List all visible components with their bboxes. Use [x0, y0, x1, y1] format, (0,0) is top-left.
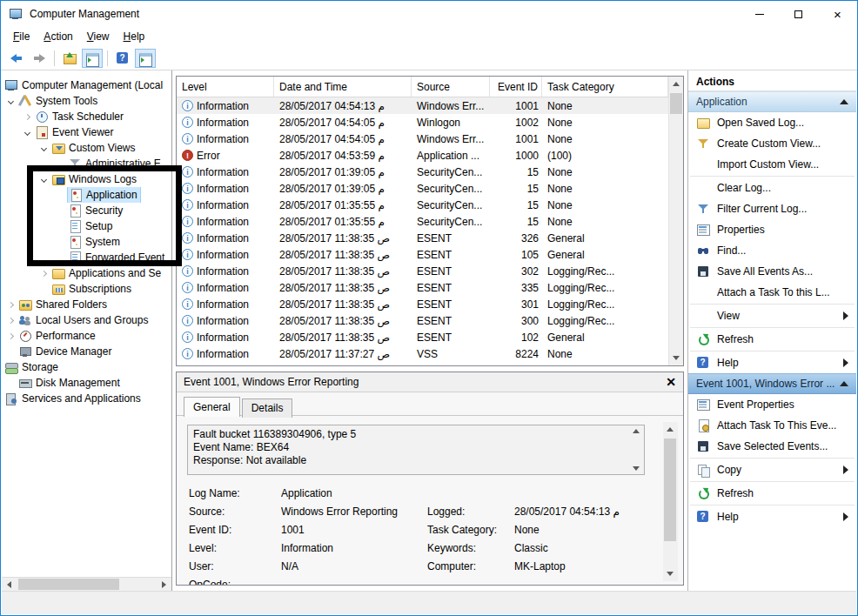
action-event-properties[interactable]: Event Properties: [688, 394, 856, 415]
expander-collapsed-icon[interactable]: [37, 271, 50, 276]
minimize-button[interactable]: [740, 1, 779, 27]
expander-collapsed-icon[interactable]: [3, 318, 17, 323]
event-row[interactable]: iInformation28/05/2017 11:38:35 صESENT30…: [177, 296, 668, 312]
event-list-scrollbar[interactable]: [668, 77, 683, 365]
tree-horizontal-scrollbar[interactable]: [2, 577, 171, 591]
scroll-down-button[interactable]: [663, 566, 677, 581]
event-row[interactable]: iInformation28/05/2017 01:35:55 مSecurit…: [177, 213, 668, 230]
event-row[interactable]: iInformation28/05/2017 04:54:13 مWindows…: [177, 97, 668, 114]
tree-item-computer-management-local[interactable]: Computer Management (Local: [2, 77, 171, 93]
menu-help[interactable]: Help: [117, 28, 152, 45]
tree-item-system[interactable]: System: [2, 234, 171, 250]
action-help[interactable]: Help: [688, 352, 856, 373]
scrollbar-thumb[interactable]: [670, 93, 682, 114]
export-folder-button[interactable]: [59, 49, 80, 68]
collapse-section-icon[interactable]: [840, 99, 848, 104]
tree-item-system-tools[interactable]: System Tools: [2, 93, 171, 109]
console-window-button[interactable]: [82, 49, 103, 68]
action-clear-log[interactable]: Clear Log...: [688, 177, 856, 198]
scroll-right-button[interactable]: [157, 578, 171, 591]
action-attach-a-task-to-this-l[interactable]: Attach a Task To this L...: [688, 282, 856, 303]
event-row[interactable]: iInformation28/05/2017 04:54:05 مWinlogo…: [177, 114, 668, 131]
expander-expanded-icon[interactable]: [37, 177, 50, 182]
tree-item-disk-management[interactable]: Disk Management: [2, 375, 171, 391]
tree-item-windows-logs[interactable]: Windows Logs: [2, 171, 171, 187]
tree-item-setup[interactable]: Setup: [2, 218, 171, 234]
menu-view[interactable]: View: [80, 28, 117, 45]
action-save-all-events-as[interactable]: Save All Events As...: [688, 261, 856, 282]
column-header-task-category[interactable]: Task Category: [542, 77, 668, 97]
tree-item-forwarded-event[interactable]: Forwarded Event: [2, 250, 171, 265]
actions-section-header[interactable]: Application: [688, 91, 856, 112]
event-row[interactable]: iInformation28/05/2017 04:54:05 مWindows…: [177, 131, 668, 147]
action-refresh[interactable]: Refresh: [688, 329, 856, 350]
event-row[interactable]: iInformation28/05/2017 01:39:05 مSecurit…: [177, 164, 668, 180]
tree-item-applications-and-se[interactable]: Applications and Se: [2, 265, 171, 281]
action-help[interactable]: Help: [688, 506, 856, 527]
action-create-custom-view[interactable]: Create Custom View...: [688, 133, 856, 154]
expander-collapsed-icon[interactable]: [3, 303, 17, 307]
action-properties[interactable]: Properties: [688, 219, 856, 240]
maximize-button[interactable]: [779, 1, 818, 27]
event-row[interactable]: iInformation28/05/2017 11:38:35 صESENT30…: [177, 263, 668, 279]
action-import-custom-view[interactable]: Import Custom View...: [688, 154, 856, 175]
collapse-section-icon[interactable]: [840, 381, 848, 386]
action-filter-current-log[interactable]: Filter Current Log...: [688, 198, 856, 219]
event-row[interactable]: !Error28/05/2017 04:53:59 مApplication .…: [177, 147, 668, 164]
scroll-left-button[interactable]: [2, 578, 17, 591]
tree-item-custom-views[interactable]: Custom Views: [2, 140, 171, 156]
action-find[interactable]: Find...: [688, 240, 856, 261]
event-row[interactable]: iInformation28/05/2017 11:38:35 صESENT30…: [177, 312, 668, 329]
event-row[interactable]: iInformation28/05/2017 11:38:35 صESENT32…: [177, 230, 668, 246]
detail-scrollbar[interactable]: [663, 422, 678, 581]
expander-collapsed-icon[interactable]: [3, 334, 17, 338]
scroll-down-button[interactable]: [669, 351, 683, 365]
action-view[interactable]: View: [688, 305, 856, 326]
message-box-scrollbar[interactable]: [630, 427, 642, 472]
event-row[interactable]: iInformation28/05/2017 11:38:35 صESENT10…: [177, 329, 668, 345]
tree-item-device-manager[interactable]: Device Manager: [2, 344, 171, 359]
action-save-selected-events[interactable]: Save Selected Events...: [688, 436, 856, 457]
action-refresh[interactable]: Refresh: [688, 483, 856, 504]
close-button[interactable]: ×: [818, 1, 857, 27]
detail-close-icon[interactable]: ✕: [666, 376, 676, 388]
console-tree-button[interactable]: [135, 49, 156, 68]
tree-item-security[interactable]: Security: [2, 203, 171, 218]
event-row[interactable]: iInformation28/05/2017 11:38:35 صESENT10…: [177, 246, 668, 263]
forward-button[interactable]: [29, 49, 50, 68]
expander-expanded-icon[interactable]: [37, 146, 50, 151]
tree-item-local-users-and-groups[interactable]: Local Users and Groups: [2, 312, 171, 328]
column-header-source[interactable]: Source: [412, 77, 490, 97]
scrollbar-thumb[interactable]: [18, 579, 119, 590]
tree-item-shared-folders[interactable]: Shared Folders: [2, 297, 171, 312]
tree-item-administrative-e[interactable]: Administrative E: [2, 156, 171, 171]
tree-item-task-scheduler[interactable]: Task Scheduler: [2, 109, 171, 124]
menu-action[interactable]: Action: [37, 28, 79, 45]
tree-item-event-viewer[interactable]: Event Viewer: [2, 124, 171, 140]
column-header-date-and-time[interactable]: Date and Time: [274, 77, 412, 97]
tree-item-services-and-applications[interactable]: Services and Applications: [2, 391, 171, 406]
event-row[interactable]: iInformation28/05/2017 01:35:55 مSecurit…: [177, 197, 668, 213]
column-header-level[interactable]: Level: [177, 77, 274, 97]
help-button[interactable]: [112, 49, 133, 68]
tab-details[interactable]: Details: [242, 398, 293, 418]
expander-expanded-icon[interactable]: [3, 99, 17, 104]
tree-item-subscriptions[interactable]: Subscriptions: [2, 281, 171, 297]
action-open-saved-log[interactable]: Open Saved Log...: [688, 112, 856, 133]
tree-item-application[interactable]: Application: [2, 187, 171, 203]
scroll-up-button[interactable]: [663, 422, 677, 437]
action-copy[interactable]: Copy: [688, 459, 856, 480]
event-row[interactable]: iInformation28/05/2017 01:39:05 مSecurit…: [177, 180, 668, 197]
event-row[interactable]: iInformation28/05/2017 11:37:27 صVSS8224…: [177, 345, 668, 362]
event-message-box[interactable]: Fault bucket 116389304906, type 5Event N…: [187, 425, 645, 475]
tree-item-performance[interactable]: Performance: [2, 328, 171, 344]
column-header-event-id[interactable]: Event ID: [490, 77, 542, 97]
scroll-up-button[interactable]: [669, 77, 683, 91]
menu-file[interactable]: File: [6, 28, 37, 45]
tree-item-storage[interactable]: Storage: [2, 359, 171, 375]
scrollbar-thumb[interactable]: [664, 439, 676, 541]
expander-expanded-icon[interactable]: [20, 131, 34, 135]
actions-section-header[interactable]: Event 1001, Windows Error ...: [688, 373, 856, 394]
event-row[interactable]: iInformation28/05/2017 11:38:35 صESENT33…: [177, 279, 668, 296]
action-attach-task-to-this-eve[interactable]: Attach Task To This Eve...: [688, 415, 856, 436]
